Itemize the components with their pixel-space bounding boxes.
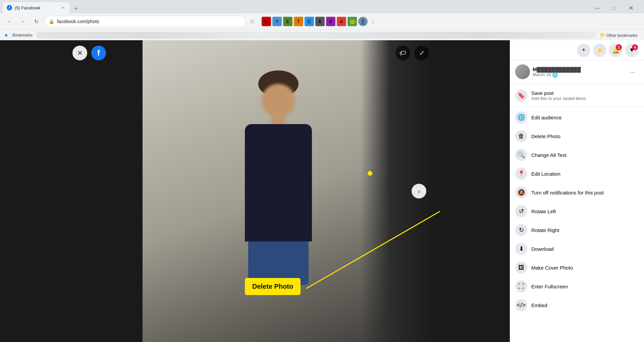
other-bookmarks[interactable]: 📁 Other bookmarks xyxy=(597,31,640,39)
messenger-icon: ⚡ xyxy=(596,47,603,54)
menu-item-change-alt-text[interactable]: 🔍Change Alt Text xyxy=(510,146,644,164)
context-menu: 🔖Save postAdd this to your saved items🌐E… xyxy=(510,86,644,315)
more-dots-icon: ··· xyxy=(630,68,636,76)
bookmarks-star-icon: ★ xyxy=(4,33,8,38)
menu-item-icon-rotate-left: ↺ xyxy=(515,205,527,217)
fb-logo-btn[interactable]: f xyxy=(91,46,106,60)
url-text: facebook.com/photo xyxy=(57,19,99,24)
photo-next-btn[interactable]: › xyxy=(412,184,426,198)
expand-icon: ⤢ xyxy=(419,49,424,57)
bookmarks-bar: ★ Bookmarks 📁 Other bookmarks xyxy=(0,30,644,40)
extensions-area: M Y E T C ⬇ B A 🐸 👤 ⋮ xyxy=(262,17,377,26)
menu-item-content-rotate-right: Rotate Right xyxy=(531,227,639,233)
menu-item-content-make-cover-photo: Make Cover Photo xyxy=(531,265,639,271)
menu-item-edit-audience[interactable]: 🌐Edit audience xyxy=(510,108,644,127)
menu-item-download[interactable]: ⬇Download xyxy=(510,239,644,258)
notifications-badge: 1 xyxy=(616,44,622,50)
delete-photo-tooltip: Delete Photo xyxy=(245,278,301,295)
menu-item-edit-location[interactable]: 📍Edit Location xyxy=(510,164,644,183)
ext-9[interactable]: 🐸 xyxy=(347,17,357,26)
menu-item-icon-make-cover-photo: 🖼 xyxy=(515,262,527,274)
menu-item-delete-photo[interactable]: 🗑Delete Photo xyxy=(510,127,644,146)
menu-item-icon-enter-fullscreen: ⛶ xyxy=(515,280,527,292)
url-bar[interactable]: 🔒 facebook.com/photo xyxy=(44,16,246,27)
tab-title: (5) Facebook xyxy=(15,5,57,10)
menu-item-make-cover-photo[interactable]: 🖼Make Cover Photo xyxy=(510,258,644,277)
menu-item-title-enter-fullscreen: Enter Fullscreen xyxy=(531,284,639,289)
post-meta: March 19 🌐 xyxy=(533,72,624,77)
add-btn[interactable]: + xyxy=(577,44,590,57)
account-menu-btn[interactable]: ▼ 4 xyxy=(625,44,639,57)
tab-bar: f (5) Facebook × + ─ □ ✕ xyxy=(0,0,644,13)
menu-item-title-save-post: Save post xyxy=(531,90,639,96)
ext-4[interactable]: T xyxy=(294,17,303,26)
menu-item-rotate-left[interactable]: ↺Rotate Left xyxy=(510,202,644,221)
menu-item-content-edit-audience: Edit audience xyxy=(531,115,639,120)
minimize-btn[interactable]: ─ xyxy=(590,3,605,13)
post-username: M▓▓▓▓▓▓▓▓▓▓▓▓ xyxy=(533,66,624,72)
menu-item-content-change-alt-text: Change Alt Text xyxy=(531,152,639,158)
photo-tag-btn[interactable]: 🏷 xyxy=(395,46,410,60)
ext-5[interactable]: C xyxy=(305,17,314,26)
menu-item-enter-fullscreen[interactable]: ⛶Enter Fullscreen xyxy=(510,277,644,296)
ext-7[interactable]: B xyxy=(326,17,335,26)
back-btn[interactable]: ← xyxy=(4,16,15,27)
ext-6[interactable]: ⬇ xyxy=(315,17,325,26)
photo-close-btn[interactable]: ✕ xyxy=(72,46,87,60)
ext-1[interactable]: M xyxy=(262,17,271,26)
tag-icon: 🏷 xyxy=(399,49,406,57)
chrome-menu-btn[interactable]: ⋮ xyxy=(369,17,377,25)
star-btn[interactable]: ☆ xyxy=(248,16,256,26)
ext-8[interactable]: A xyxy=(337,17,346,26)
post-user-info: M▓▓▓▓▓▓▓▓▓▓▓▓ March 19 🌐 xyxy=(533,66,624,77)
menu-item-icon-turn-off-notifications: 🔕 xyxy=(515,186,527,198)
menu-item-embed[interactable]: </>Embed xyxy=(510,296,644,315)
menu-item-icon-delete-photo: 🗑 xyxy=(515,130,527,142)
menu-item-title-edit-audience: Edit audience xyxy=(531,115,639,120)
menu-item-subtitle-save-post: Add this to your saved items xyxy=(531,96,639,101)
menu-divider-top xyxy=(510,84,644,85)
menu-item-turn-off-notifications[interactable]: 🔕Turn off notifications for this post xyxy=(510,183,644,202)
notifications-btn[interactable]: 🔔 1 xyxy=(609,44,623,57)
tab-close-btn[interactable]: × xyxy=(60,5,66,11)
menu-item-content-enter-fullscreen: Enter Fullscreen xyxy=(531,284,639,289)
blurred-bookmarks xyxy=(37,32,596,39)
profile-icon[interactable]: 👤 xyxy=(358,17,368,26)
menu-item-icon-download: ⬇ xyxy=(515,243,527,255)
menu-item-content-rotate-left: Rotate Left xyxy=(531,209,639,214)
address-bar: ← → ↻ 🔒 facebook.com/photo ☆ M Y E T C ⬇… xyxy=(0,13,644,30)
lock-icon: 🔒 xyxy=(49,19,54,24)
menu-item-rotate-right[interactable]: ↻Rotate Right xyxy=(510,221,644,239)
menu-item-content-embed: Embed xyxy=(531,302,639,308)
ext-2[interactable]: Y xyxy=(272,17,282,26)
photo-expand-btn[interactable]: ⤢ xyxy=(414,46,429,60)
menu-item-title-rotate-right: Rotate Right xyxy=(531,227,639,233)
menu-item-content-edit-location: Edit Location xyxy=(531,171,639,177)
maximize-btn[interactable]: □ xyxy=(606,3,622,13)
new-tab-btn[interactable]: + xyxy=(71,4,80,13)
menu-item-title-turn-off-notifications: Turn off notifications for this post xyxy=(531,190,639,195)
reload-btn[interactable]: ↻ xyxy=(31,16,42,27)
ext-3[interactable]: E xyxy=(283,17,292,26)
menu-item-icon-change-alt-text: 🔍 xyxy=(515,149,527,161)
main-content: ✕ f xyxy=(0,40,644,342)
menu-item-icon-edit-location: 📍 xyxy=(515,168,527,180)
menu-item-title-download: Download xyxy=(531,246,639,252)
bookmarks-label[interactable]: Bookmarks xyxy=(10,32,35,39)
globe-icon: 🌐 xyxy=(552,72,558,77)
right-panel: + ⚡ 🔔 1 ▼ 4 M▓▓▓▓▓▓▓▓▓▓▓▓ xyxy=(510,40,644,342)
post-more-btn[interactable]: ··· xyxy=(627,66,639,78)
menu-item-save-post[interactable]: 🔖Save postAdd this to your saved items xyxy=(510,86,644,105)
forward-btn[interactable]: → xyxy=(17,16,28,27)
active-tab[interactable]: f (5) Facebook × xyxy=(3,2,70,13)
photo-viewer: ✕ f xyxy=(67,40,510,342)
post-header: M▓▓▓▓▓▓▓▓▓▓▓▓ March 19 🌐 ··· xyxy=(510,60,644,83)
menu-item-icon-embed: </> xyxy=(515,299,527,311)
messenger-btn[interactable]: ⚡ xyxy=(593,44,606,57)
account-badge: 4 xyxy=(632,44,638,50)
post-avatar xyxy=(515,64,530,79)
window-close-btn[interactable]: ✕ xyxy=(623,3,639,13)
menu-item-content-download: Download xyxy=(531,246,639,252)
menu-item-title-make-cover-photo: Make Cover Photo xyxy=(531,265,639,271)
tab-favicon: f xyxy=(7,5,12,10)
